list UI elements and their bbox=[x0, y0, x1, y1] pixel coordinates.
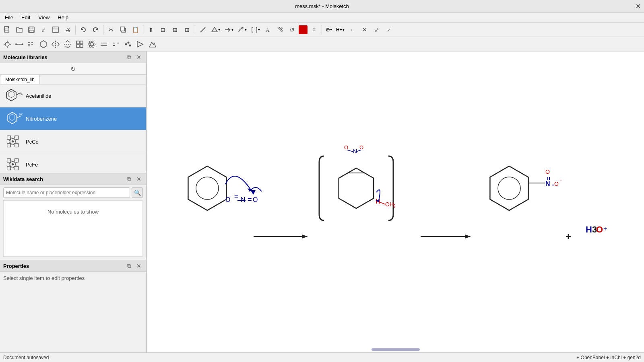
svg-point-17 bbox=[5, 42, 9, 46]
template-button[interactable] bbox=[50, 24, 61, 35]
arrange-tool[interactable] bbox=[74, 39, 85, 50]
undock-wikidata-icon[interactable]: ⧉ bbox=[125, 175, 133, 183]
undock-properties-icon[interactable]: ⧉ bbox=[125, 262, 133, 270]
copy-button[interactable] bbox=[118, 24, 129, 35]
molecule-item-acetanilide[interactable]: Acetanilide bbox=[0, 84, 146, 107]
charge-tool[interactable] bbox=[26, 39, 37, 50]
stereo-tool[interactable] bbox=[134, 39, 146, 50]
text-tool[interactable]: A bbox=[262, 24, 274, 35]
draw-tool[interactable] bbox=[197, 24, 208, 35]
line-style[interactable]: ≡ bbox=[308, 24, 320, 35]
titlebar: mess.msk* - Molsketch ✕ bbox=[0, 0, 644, 13]
svg-line-105 bbox=[347, 150, 353, 152]
paste-button[interactable]: 📋 bbox=[130, 24, 141, 35]
curved-arrow-dropdown[interactable]: ▾ bbox=[236, 25, 248, 34]
tool2[interactable]: ⟋ bbox=[383, 24, 394, 35]
print-button[interactable]: 🖨 bbox=[62, 24, 73, 35]
delete-tool[interactable]: ✕ bbox=[359, 24, 370, 35]
rotate-tool[interactable]: ↺ bbox=[287, 24, 298, 35]
align-tool[interactable] bbox=[2, 39, 13, 50]
canvas-area[interactable]: O = N = O bbox=[147, 51, 644, 352]
cleanup-tool[interactable] bbox=[147, 39, 158, 50]
svg-marker-89 bbox=[302, 234, 308, 239]
search-button[interactable]: 🔍 bbox=[132, 187, 143, 198]
svg-text:⁻: ⁻ bbox=[559, 178, 562, 184]
close-wikidata-icon[interactable]: ✕ bbox=[135, 175, 143, 183]
svg-rect-61 bbox=[15, 136, 19, 140]
undo-button[interactable] bbox=[78, 24, 89, 35]
bracket-dropdown[interactable]: ▾ bbox=[249, 25, 262, 34]
svg-marker-49 bbox=[137, 41, 143, 47]
properties-title: Properties bbox=[3, 263, 29, 269]
separator bbox=[322, 25, 322, 35]
svg-point-87 bbox=[196, 177, 219, 200]
new-button[interactable] bbox=[2, 24, 13, 35]
grid-button[interactable]: ⊞ bbox=[182, 24, 193, 35]
lone-pair-tool[interactable] bbox=[110, 39, 122, 50]
close-icon[interactable]: ✕ bbox=[636, 2, 641, 10]
wikidata-search-input[interactable] bbox=[3, 187, 130, 198]
drawing-canvas[interactable]: O = N = O bbox=[147, 51, 644, 352]
color-picker[interactable] bbox=[299, 25, 308, 34]
molecule-item-pcfe[interactable]: PcFe bbox=[0, 153, 146, 173]
left-panel: Molecule libraries ⧉ ✕ ↻ Molsketch_lib bbox=[0, 51, 147, 352]
svg-point-73 bbox=[12, 163, 14, 165]
search-row: 🔍 bbox=[0, 185, 146, 200]
main-area: Molecule libraries ⧉ ✕ ↻ Molsketch_lib bbox=[0, 51, 644, 352]
zoom-control[interactable]: ⊕ ▾ bbox=[324, 26, 334, 33]
pcfe-structure bbox=[3, 155, 23, 173]
cut-button[interactable]: ✂ bbox=[105, 24, 117, 35]
svg-marker-98 bbox=[339, 168, 374, 208]
menu-file[interactable]: File bbox=[2, 14, 17, 21]
atom-tool[interactable] bbox=[86, 39, 97, 50]
scrollbar-thumb[interactable] bbox=[372, 348, 420, 351]
ring6-tool[interactable] bbox=[38, 39, 49, 50]
refresh-icon[interactable]: ↻ bbox=[69, 65, 77, 73]
intermediate: H N O O OH 2 bbox=[319, 144, 396, 220]
properties-content: Select single item to edit properties bbox=[0, 272, 146, 284]
bond-order-tool[interactable] bbox=[98, 39, 109, 50]
wikidata-search-panel: Wikidata search ⧉ ✕ 🔍 No molecules to sh… bbox=[0, 173, 146, 260]
nitrobenzene-structure: NO₂ bbox=[3, 109, 23, 128]
arrow-dropdown[interactable]: ▾ bbox=[223, 25, 235, 34]
properties-panel: Properties ⧉ ✕ Select single item to edi… bbox=[0, 260, 146, 352]
h-style-dropdown[interactable]: H+ ▾ bbox=[334, 26, 346, 33]
bond-type[interactable]: ← bbox=[347, 24, 358, 35]
menubar: File Edit View Help bbox=[0, 13, 644, 23]
svg-rect-9 bbox=[120, 27, 124, 31]
svg-line-70 bbox=[16, 139, 17, 141]
close-properties-icon[interactable]: ✕ bbox=[135, 262, 143, 270]
hatch-tool[interactable] bbox=[275, 24, 286, 35]
bond-tool[interactable] bbox=[14, 39, 25, 50]
toolbar-secondary bbox=[0, 37, 644, 51]
export-button[interactable]: ⬆ bbox=[145, 24, 157, 35]
mirror-tool[interactable] bbox=[50, 39, 61, 50]
wikidata-panel-icons: ⧉ ✕ bbox=[125, 175, 143, 183]
panel-header-icons: ⧉ ✕ bbox=[125, 53, 143, 61]
shape-dropdown[interactable]: ▾ bbox=[209, 25, 222, 34]
saveas-button[interactable]: ↙ bbox=[38, 24, 49, 35]
nitrobenzene-icon: NO₂ bbox=[3, 109, 23, 128]
svg-line-67 bbox=[13, 144, 15, 146]
shrink-button[interactable]: ⊟ bbox=[157, 24, 169, 35]
svg-text:NO₂: NO₂ bbox=[19, 113, 23, 116]
radical-tool[interactable] bbox=[122, 39, 134, 50]
redo-button[interactable] bbox=[90, 24, 101, 35]
menu-help[interactable]: Help bbox=[54, 14, 72, 21]
undock-icon[interactable]: ⧉ bbox=[125, 53, 133, 61]
flip-tool[interactable] bbox=[62, 39, 73, 50]
svg-point-23 bbox=[15, 43, 17, 45]
tool1[interactable]: ⤢ bbox=[371, 24, 382, 35]
molecule-item-pcco[interactable]: PcCo bbox=[0, 130, 146, 153]
menu-edit[interactable]: Edit bbox=[18, 14, 33, 21]
tab-molsketch-lib[interactable]: Molsketch_lib bbox=[0, 75, 40, 84]
save-button[interactable] bbox=[26, 24, 37, 35]
menu-view[interactable]: View bbox=[35, 14, 53, 21]
toolbar-main: ↙ 🖨 ✂ 📋 ⬆ ⊟ ⊞ ⊞ ▾ ▾ ▾ ▾ A bbox=[0, 23, 644, 37]
expand-button[interactable]: ⊞ bbox=[169, 24, 181, 35]
close-panel-icon[interactable]: ✕ bbox=[135, 53, 143, 61]
nitrobenzene-product: N O O ⁻ bbox=[490, 166, 562, 210]
svg-point-47 bbox=[128, 41, 130, 43]
molecule-item-nitrobenzene[interactable]: NO₂ Nitrobenzene bbox=[0, 107, 146, 130]
open-button[interactable] bbox=[14, 24, 25, 35]
